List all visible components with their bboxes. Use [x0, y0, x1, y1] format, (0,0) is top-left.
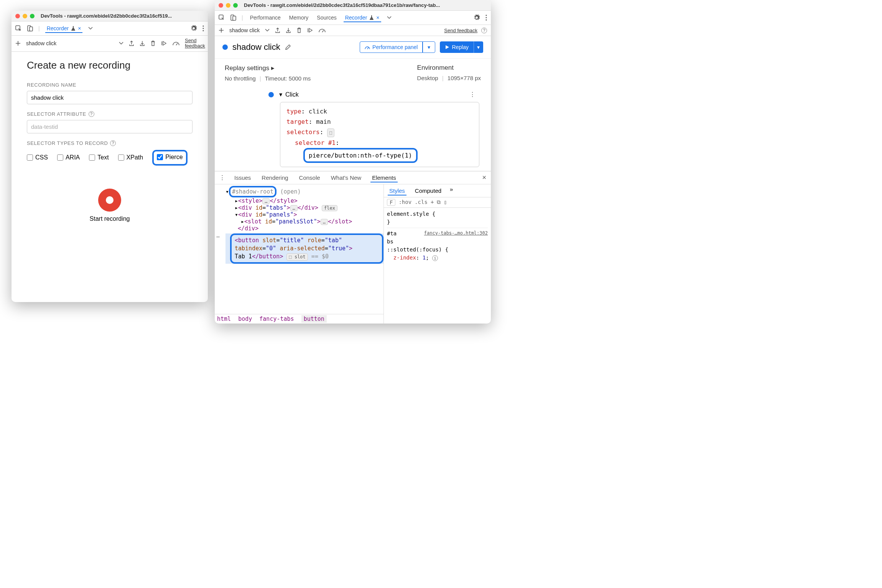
- kebab-icon[interactable]: [485, 15, 487, 21]
- play-icon[interactable]: [307, 28, 313, 33]
- send-feedback-link[interactable]: Send feedback: [185, 38, 204, 49]
- timeout-value[interactable]: Timeout: 5000 ms: [265, 75, 311, 82]
- titlebar[interactable]: DevTools - rawgit.com/ebidel/2d2bb0cdec3…: [215, 0, 491, 11]
- performance-panel-dropdown[interactable]: ▾: [423, 41, 435, 53]
- highlight-selector: pierce/button:nth-of-type(1): [303, 148, 418, 163]
- tab-memory[interactable]: Memory: [288, 13, 310, 22]
- tab-performance[interactable]: Performance: [248, 13, 282, 22]
- check-xpath[interactable]: XPath: [118, 150, 143, 166]
- help-icon[interactable]: ?: [481, 28, 487, 33]
- device-icon[interactable]: [230, 15, 236, 21]
- edit-icon[interactable]: [285, 44, 291, 50]
- export-icon[interactable]: [129, 41, 134, 46]
- recording-name-label: RECORDING NAME: [27, 82, 193, 88]
- style-rule[interactable]: fancy-tabs-…mo.html:302 #tabs ::slotted(…: [387, 228, 488, 262]
- speed-icon[interactable]: [319, 28, 326, 33]
- help-icon[interactable]: ?: [89, 111, 94, 117]
- inspect-icon[interactable]: [219, 15, 225, 21]
- environment-value: Desktop: [417, 75, 438, 81]
- new-rule-icon[interactable]: +: [431, 199, 434, 206]
- close-tab-icon[interactable]: ×: [78, 25, 81, 31]
- replay-dropdown[interactable]: ▾: [474, 41, 483, 53]
- tab-styles[interactable]: Styles: [388, 186, 406, 195]
- computed-styles-icon[interactable]: ⧉: [437, 199, 441, 206]
- import-icon[interactable]: [140, 41, 145, 46]
- performance-panel-button[interactable]: Performance panel: [360, 41, 423, 53]
- tab-computed[interactable]: Computed: [413, 186, 443, 195]
- titlebar[interactable]: DevTools - rawgit.com/ebidel/2d2bb0cdec3…: [12, 11, 208, 21]
- hov-button[interactable]: :hov: [398, 199, 411, 206]
- selector-types-label: SELECTOR TYPES TO RECORD ?: [27, 140, 193, 146]
- maximize-icon[interactable]: [30, 14, 35, 18]
- close-icon[interactable]: [15, 14, 20, 18]
- device-icon[interactable]: [27, 25, 33, 31]
- gear-icon[interactable]: [190, 25, 197, 32]
- export-icon[interactable]: [275, 28, 280, 33]
- tab-elements[interactable]: Elements: [370, 173, 398, 182]
- check-css[interactable]: CSS: [27, 150, 48, 166]
- play-icon[interactable]: [161, 41, 167, 46]
- cls-button[interactable]: .cls: [415, 199, 428, 206]
- inspect-icon[interactable]: [15, 25, 21, 31]
- recording-name[interactable]: shadow click: [26, 40, 56, 46]
- minimize-icon[interactable]: [23, 14, 27, 18]
- devtools-window-1: DevTools - rawgit.com/ebidel/2d2bb0cdec3…: [12, 11, 208, 302]
- kebab-icon[interactable]: [202, 25, 204, 31]
- select-element-icon[interactable]: ⬚: [327, 128, 334, 137]
- tab-recorder[interactable]: Recorder ×: [344, 13, 381, 22]
- help-icon[interactable]: ?: [110, 140, 116, 146]
- send-feedback-link[interactable]: Send feedback: [444, 28, 477, 33]
- gear-icon[interactable]: [473, 14, 480, 21]
- selector-attribute-input[interactable]: [27, 120, 193, 133]
- source-link[interactable]: fancy-tabs-…mo.html:302: [424, 230, 488, 237]
- status-dot: [222, 44, 228, 50]
- maximize-icon[interactable]: [233, 3, 238, 8]
- chevron-down-icon[interactable]: [265, 29, 270, 32]
- style-rule[interactable]: element.style {}: [387, 210, 488, 226]
- step-click[interactable]: ▾ Click ⋮ type: click target: main selec…: [268, 91, 479, 167]
- check-pierce[interactable]: Pierce: [157, 154, 183, 161]
- trash-icon[interactable]: [150, 41, 156, 46]
- close-drawer-icon[interactable]: ×: [482, 174, 486, 182]
- new-icon[interactable]: [219, 28, 224, 33]
- new-icon[interactable]: [15, 41, 21, 46]
- replay-button[interactable]: Replay: [440, 41, 474, 53]
- breadcrumb[interactable]: html body fancy-tabs button: [215, 314, 383, 324]
- more-tabs-icon[interactable]: »: [450, 186, 453, 195]
- more-tabs-icon[interactable]: [387, 16, 392, 20]
- svg-point-10: [485, 17, 487, 18]
- recorder-toolbar: shadow click Send feedback ?: [215, 25, 491, 36]
- minimize-icon[interactable]: [226, 3, 230, 8]
- toggle-sidebar-icon[interactable]: ▯: [444, 199, 447, 206]
- trash-icon[interactable]: [296, 28, 302, 33]
- flask-icon: [71, 26, 76, 31]
- check-text[interactable]: Text: [89, 150, 109, 166]
- elements-tree[interactable]: ▾#shadow-root (open) ▸<style>…</style> ▸…: [215, 184, 383, 324]
- kebab-icon[interactable]: ⋮: [219, 174, 225, 181]
- recording-name[interactable]: shadow click: [229, 27, 260, 33]
- chevron-down-icon[interactable]: [119, 42, 123, 45]
- replay-settings-label[interactable]: Replay settings ▸: [225, 64, 311, 72]
- tab-rendering[interactable]: Rendering: [260, 173, 290, 182]
- tab-recorder[interactable]: Recorder ×: [45, 24, 83, 33]
- more-tabs-icon[interactable]: [88, 26, 93, 30]
- import-icon[interactable]: [286, 28, 291, 33]
- tab-whats-new[interactable]: What's New: [329, 173, 363, 182]
- throttling-value[interactable]: No throttling: [225, 75, 256, 82]
- close-icon[interactable]: [219, 3, 223, 8]
- filter-input[interactable]: F: [387, 199, 395, 206]
- start-recording-button[interactable]: [98, 189, 121, 212]
- tab-sources[interactable]: Sources: [315, 13, 338, 22]
- kebab-icon[interactable]: ⋮: [469, 91, 476, 98]
- chevron-down-icon[interactable]: ▾: [279, 91, 282, 98]
- svg-point-4: [202, 28, 204, 29]
- tab-issues[interactable]: Issues: [233, 173, 252, 182]
- close-tab-icon[interactable]: ×: [376, 15, 379, 21]
- recording-name-input[interactable]: [27, 91, 193, 104]
- svg-rect-8: [233, 16, 236, 20]
- info-icon[interactable]: i: [432, 255, 438, 261]
- speed-icon[interactable]: [173, 41, 179, 46]
- tab-console[interactable]: Console: [298, 173, 322, 182]
- check-aria[interactable]: ARIA: [57, 150, 80, 166]
- environment-label: Environment: [417, 64, 481, 72]
